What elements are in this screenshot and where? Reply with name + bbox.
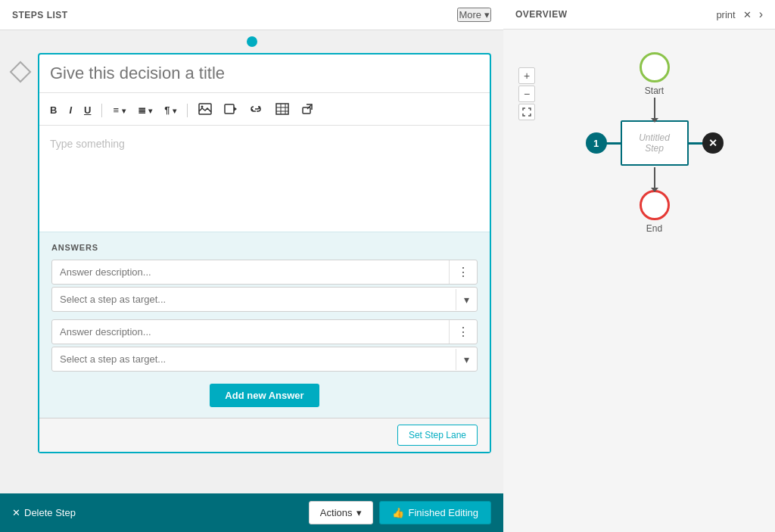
step-node-row: 1 Untitled Step ✕ (586, 120, 724, 166)
answer-1-target-dropdown[interactable]: ▾ (456, 289, 477, 310)
expand-overview-icon[interactable]: › (759, 8, 763, 21)
image-icon (198, 103, 212, 115)
answer-1-target-input[interactable] (52, 288, 456, 311)
step-number-badge: 1 (586, 132, 607, 154)
separator2 (187, 104, 188, 117)
chevron-down-icon-2: ▾ (464, 353, 469, 366)
svg-point-2 (201, 106, 204, 108)
answer-1-desc-input[interactable] (52, 260, 449, 284)
finished-editing-button[interactable]: 👍 Finished Editing (379, 501, 492, 524)
arrow-1 (654, 98, 655, 119)
right-panel: OVERVIEW print ✕ › + − (503, 0, 775, 532)
dots-vertical-icon-2: ⋮ (457, 325, 469, 338)
map-controls: + − (518, 67, 535, 120)
end-label: End (646, 223, 662, 234)
arrow-1-head (651, 118, 658, 123)
app-wrapper: STEPS LIST More ▾ (0, 0, 775, 532)
answer-2-desc-input[interactable] (52, 320, 449, 344)
connector-right (689, 142, 704, 145)
left-body: B I U ≡ ▾ ≣ ▾ (0, 53, 503, 493)
link-button[interactable] (247, 103, 266, 117)
chevron-down-icon: ▾ (484, 9, 490, 20)
video-button[interactable] (221, 102, 241, 118)
answer-1-target-row: ▾ (51, 287, 478, 312)
svg-marker-0 (11, 62, 30, 82)
content-placeholder: Type something (50, 138, 125, 150)
answer-1-desc-row: ⋮ (51, 260, 478, 285)
print-button[interactable]: print (716, 9, 735, 20)
svg-rect-3 (225, 104, 234, 114)
start-node-container: Start (640, 52, 670, 96)
left-panel: STEPS LIST More ▾ (0, 0, 503, 532)
end-node-container: End (640, 190, 670, 234)
bottom-right-buttons: Actions ▾ 👍 Finished Editing (309, 501, 491, 524)
answer-2-desc-row: ⋮ (51, 319, 478, 344)
add-answer-button[interactable]: Add new Answer (210, 384, 319, 407)
step-box[interactable]: Untitled Step (621, 120, 689, 166)
zoom-in-button[interactable]: + (518, 67, 535, 84)
right-header-actions: print ✕ › (716, 8, 763, 21)
overview-title: OVERVIEW (515, 9, 567, 20)
diagram: Start 1 Untitled Step (518, 45, 760, 234)
set-step-lane-button[interactable]: Set Step Lane (397, 425, 478, 446)
fit-icon (522, 107, 531, 117)
para-menu-button[interactable]: ¶ ▾ (161, 103, 179, 117)
zoom-out-button[interactable]: − (518, 86, 535, 102)
answers-label: ANSWERS (51, 243, 478, 252)
svg-line-11 (307, 104, 312, 109)
image-button[interactable] (195, 101, 215, 119)
underline-button[interactable]: U (81, 103, 94, 117)
close-icon: ✕ (12, 507, 20, 518)
video-icon (224, 104, 238, 114)
para-chevron: ▾ (173, 107, 176, 115)
answer-2-more-button[interactable]: ⋮ (449, 320, 477, 344)
start-label: Start (645, 86, 664, 96)
link-icon (250, 104, 263, 114)
align-menu-button[interactable]: ≡ ▾ (110, 103, 128, 117)
step-editor: B I U ≡ ▾ ≣ ▾ (38, 53, 491, 453)
delete-step-button[interactable]: ✕ Delete Step (12, 507, 76, 518)
step-title-input[interactable] (39, 54, 490, 93)
actions-button[interactable]: Actions ▾ (309, 501, 373, 524)
diamond-icon-container (9, 61, 32, 86)
main-panels: STEPS LIST More ▾ (0, 0, 775, 532)
table-button[interactable] (272, 101, 292, 119)
arrow-2-head (651, 188, 658, 192)
chevron-down-icon-1: ▾ (464, 294, 469, 306)
bottom-bar: ✕ Delete Step Actions ▾ 👍 Finished Editi… (0, 493, 503, 532)
close-overview-icon[interactable]: ✕ (743, 9, 752, 20)
steps-list-title: STEPS LIST (12, 10, 68, 20)
external-button[interactable] (298, 101, 316, 119)
answer-2-target-dropdown[interactable]: ▾ (456, 349, 477, 370)
answer-1-more-button[interactable]: ⋮ (449, 260, 477, 284)
answers-section: ANSWERS ⋮ (39, 232, 490, 418)
delete-node[interactable]: ✕ (702, 132, 724, 154)
add-answer-row: Add new Answer (51, 384, 478, 407)
separator1 (101, 104, 102, 117)
align-chevron: ▾ (122, 107, 126, 115)
italic-button[interactable]: I (66, 103, 75, 117)
more-button[interactable]: More ▾ (457, 8, 491, 22)
step-box-label: Untitled Step (639, 132, 670, 154)
svg-marker-4 (234, 107, 237, 111)
arrow-2 (654, 167, 655, 188)
start-node (640, 52, 670, 82)
answer-block-2: ⋮ ▾ (51, 319, 478, 372)
diamond-icon (9, 61, 32, 83)
answer-2-target-row: ▾ (51, 347, 478, 372)
answer-2-target-input[interactable] (52, 347, 456, 371)
step-dot (247, 36, 257, 47)
left-header: STEPS LIST More ▾ (0, 0, 503, 30)
bold-button[interactable]: B (47, 103, 60, 117)
overview-canvas: + − Start (503, 30, 775, 532)
editor-toolbar: B I U ≡ ▾ ≣ ▾ (39, 95, 490, 126)
content-area[interactable]: Type something (39, 126, 490, 232)
end-node (640, 190, 670, 220)
editor-wrapper: B I U ≡ ▾ ≣ ▾ (0, 53, 503, 453)
fit-button[interactable] (518, 104, 535, 120)
svg-rect-10 (303, 107, 310, 114)
list-menu-button[interactable]: ≣ ▾ (135, 103, 156, 117)
table-icon (275, 103, 289, 115)
connector-left (605, 142, 621, 145)
set-step-lane-row: Set Step Lane (39, 418, 490, 452)
